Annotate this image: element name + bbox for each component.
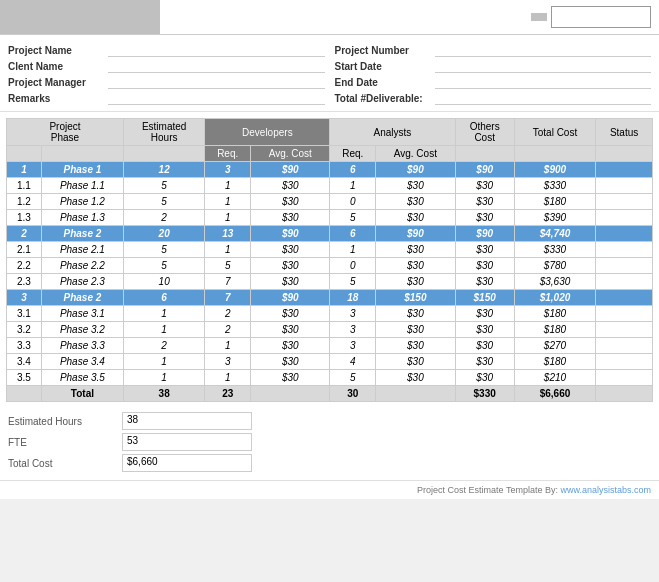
row-name: Phase 2.3 [41, 274, 123, 290]
row-name: Total [41, 386, 123, 402]
row-others: $30 [455, 338, 514, 354]
row-others: $30 [455, 370, 514, 386]
header-row-1: ProjectPhase EstimatedHours Developers A… [7, 119, 653, 146]
row-total: $780 [514, 258, 595, 274]
col-others-cost: OthersCost [455, 119, 514, 146]
col-analysts: Analysts [330, 119, 455, 146]
row-ana-req: 30 [330, 386, 376, 402]
summary-fte-label: FTE [8, 437, 118, 448]
date-label [531, 13, 547, 21]
row-num: 3.2 [7, 322, 42, 338]
row-ana-req: 1 [330, 242, 376, 258]
col-status-sub [596, 146, 653, 162]
row-others: $330 [455, 386, 514, 402]
row-total: $180 [514, 322, 595, 338]
row-dev-avg: $30 [251, 210, 330, 226]
row-ana-avg: $30 [376, 322, 455, 338]
footer-text: Project Cost Estimate Template By: [417, 485, 560, 495]
row-others: $90 [455, 226, 514, 242]
row-dev-avg: $30 [251, 258, 330, 274]
row-dev-req: 2 [205, 306, 251, 322]
table-row: 3.3 Phase 3.3 2 1 $30 3 $30 $30 $270 [7, 338, 653, 354]
row-ana-req: 0 [330, 258, 376, 274]
row-num: 1.2 [7, 194, 42, 210]
row-dev-req: 1 [205, 194, 251, 210]
row-hours: 12 [124, 162, 205, 178]
col-estimated-hours: EstimatedHours [124, 119, 205, 146]
row-hours: 5 [124, 194, 205, 210]
row-hours: 1 [124, 354, 205, 370]
row-total: $180 [514, 354, 595, 370]
table-row: 2.3 Phase 2.3 10 7 $30 5 $30 $30 $3,630 [7, 274, 653, 290]
info-row-deliverable: Total #Deliverable: [335, 91, 652, 105]
row-name: Phase 2.1 [41, 242, 123, 258]
row-status [596, 354, 653, 370]
col-total-sub [514, 146, 595, 162]
table-row: 2 Phase 2 20 13 $90 6 $90 $90 $4,740 [7, 226, 653, 242]
row-total: $270 [514, 338, 595, 354]
row-hours: 1 [124, 322, 205, 338]
row-dev-avg: $30 [251, 338, 330, 354]
info-right: Project Number Start Date End Date Total… [335, 43, 652, 107]
date-input[interactable] [551, 6, 651, 28]
header [0, 0, 659, 35]
info-row-project: Project Name [8, 43, 325, 57]
table-row: 1 Phase 1 12 3 $90 6 $90 $90 $900 [7, 162, 653, 178]
row-ana-avg: $30 [376, 274, 455, 290]
row-ana-avg: $30 [376, 338, 455, 354]
row-ana-avg: $90 [376, 226, 455, 242]
row-num: 1 [7, 162, 42, 178]
row-hours: 5 [124, 178, 205, 194]
row-name: Phase 1.3 [41, 210, 123, 226]
row-others: $30 [455, 306, 514, 322]
row-others: $30 [455, 354, 514, 370]
row-num: 2.2 [7, 258, 42, 274]
row-name: Phase 3.5 [41, 370, 123, 386]
row-dev-req: 5 [205, 258, 251, 274]
row-ana-req: 5 [330, 210, 376, 226]
cost-table: ProjectPhase EstimatedHours Developers A… [6, 118, 653, 402]
row-hours: 6 [124, 290, 205, 306]
row-ana-avg: $150 [376, 290, 455, 306]
project-name-label: Project Name [8, 45, 108, 56]
row-name: Phase 3.1 [41, 306, 123, 322]
remarks-value [108, 91, 325, 105]
row-ana-avg: $30 [376, 178, 455, 194]
col-phase [41, 146, 123, 162]
row-name: Phase 3.4 [41, 354, 123, 370]
row-others: $30 [455, 274, 514, 290]
project-manager-label: Project Manager [8, 77, 108, 88]
table-row: 3.4 Phase 3.4 1 3 $30 4 $30 $30 $180 [7, 354, 653, 370]
row-name: Phase 3.3 [41, 338, 123, 354]
col-dev-req: Req. [205, 146, 251, 162]
row-status [596, 290, 653, 306]
row-name: Phase 2 [41, 226, 123, 242]
info-row-remarks: Remarks [8, 91, 325, 105]
row-num: 3.5 [7, 370, 42, 386]
row-num: 1.1 [7, 178, 42, 194]
row-others: $30 [455, 210, 514, 226]
summary-cost-row: Total Cost $6,660 [8, 454, 651, 472]
row-status [596, 306, 653, 322]
row-ana-avg: $30 [376, 306, 455, 322]
date-area [523, 0, 659, 34]
row-others: $30 [455, 178, 514, 194]
row-dev-avg: $30 [251, 306, 330, 322]
col-dev-avg: Avg. Cost [251, 146, 330, 162]
row-dev-req: 13 [205, 226, 251, 242]
row-name: Phase 3.2 [41, 322, 123, 338]
row-ana-avg [376, 386, 455, 402]
row-others: $90 [455, 162, 514, 178]
row-total: $6,660 [514, 386, 595, 402]
row-num: 3.4 [7, 354, 42, 370]
row-ana-avg: $30 [376, 370, 455, 386]
row-status [596, 210, 653, 226]
col-hours-sub [124, 146, 205, 162]
row-ana-avg: $30 [376, 242, 455, 258]
summary-cost-value: $6,660 [122, 454, 252, 472]
start-date-value [435, 59, 652, 73]
row-name: Phase 1.2 [41, 194, 123, 210]
table-row: 2.2 Phase 2.2 5 5 $30 0 $30 $30 $780 [7, 258, 653, 274]
row-dev-avg: $30 [251, 322, 330, 338]
client-name-label: Clent Name [8, 61, 108, 72]
